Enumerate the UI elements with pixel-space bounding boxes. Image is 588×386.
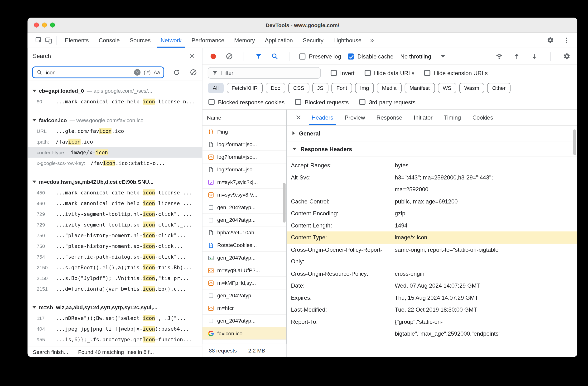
- match-case-toggle[interactable]: Aa: [154, 69, 160, 75]
- inspect-icon[interactable]: [34, 35, 43, 45]
- filter-chip-all[interactable]: All: [208, 83, 224, 93]
- invert-checkbox[interactable]: Invert: [331, 70, 354, 76]
- request-row[interactable]: hpba?vet=10ah...: [202, 227, 286, 239]
- filter-funnel-icon[interactable]: [254, 52, 263, 61]
- filter-chip-ws[interactable]: WS: [438, 83, 456, 93]
- search-match-row[interactable]: 754..."semantic-path-dialog.sp-icon-clic…: [28, 251, 202, 262]
- regex-toggle[interactable]: (.*): [144, 69, 151, 75]
- request-row[interactable]: log?format=jso...: [202, 151, 286, 164]
- details-scrollbar[interactable]: [573, 129, 576, 155]
- request-row[interactable]: RotateCookies...: [202, 239, 286, 252]
- device-toolbar-icon[interactable]: [43, 35, 53, 45]
- settings-gear-icon[interactable]: [545, 35, 555, 45]
- clear-network-log-icon[interactable]: [225, 52, 234, 61]
- search-match-row[interactable]: URL...gle.com/favicon.ico: [28, 126, 202, 136]
- blocked-response-cookies-checkbox[interactable]: Blocked response cookies: [209, 99, 285, 105]
- search-match-row[interactable]: 80...mark canonical cite help icon licen…: [28, 96, 202, 107]
- clear-search-results-button[interactable]: [189, 68, 198, 77]
- filter-chip-font[interactable]: Font: [332, 83, 352, 93]
- request-row[interactable]: gen_204?atyp...: [202, 201, 286, 214]
- filter-chip-js[interactable]: JS: [312, 83, 328, 93]
- more-tabs-button[interactable]: »: [366, 36, 378, 44]
- details-tab-response[interactable]: Response: [371, 109, 408, 125]
- export-har-icon[interactable]: [529, 52, 539, 61]
- tab-network[interactable]: Network: [156, 33, 187, 48]
- tab-performance[interactable]: Performance: [187, 33, 229, 48]
- network-filter-input[interactable]: Filter: [208, 67, 321, 79]
- request-row[interactable]: gen_204?atyp...: [202, 290, 286, 302]
- search-match-row[interactable]: :path:/favicon.ico: [28, 136, 202, 147]
- requests-scrollbar[interactable]: [283, 183, 285, 223]
- blocked-requests-checkbox[interactable]: Blocked requests: [295, 99, 349, 105]
- search-input[interactable]: icon × (.*) Aa: [32, 66, 164, 78]
- tab-memory[interactable]: Memory: [229, 33, 260, 48]
- section-header-general[interactable]: General: [287, 126, 577, 141]
- search-match-row[interactable]: 2150...s.Bb("Jylpdf");_.Vn(this.icon,"ti…: [28, 273, 202, 283]
- kebab-menu-icon[interactable]: [561, 35, 571, 45]
- network-search-icon[interactable]: [270, 52, 279, 61]
- search-match-row[interactable]: 460...mark canonical cite help icon lice…: [28, 198, 202, 209]
- name-column-header[interactable]: Name: [202, 109, 286, 126]
- search-match-row[interactable]: 750..."place-history-moment.sp-icon-clic…: [28, 240, 202, 251]
- request-row[interactable]: log?format=jso...: [202, 164, 286, 176]
- filter-chip-fetch-xhr[interactable]: Fetch/XHR: [227, 83, 263, 93]
- tab-elements[interactable]: Elements: [60, 33, 94, 48]
- import-har-icon[interactable]: [512, 52, 521, 61]
- request-row[interactable]: m=kMFpHd,sy...: [202, 277, 286, 290]
- search-match-row[interactable]: 404...jpeg|jpg|png|tiff|webp|x-icon);bas…: [28, 323, 202, 334]
- search-match-row[interactable]: 450...mark canonical cite help icon lice…: [28, 187, 202, 198]
- request-row[interactable]: m=syk7,sylc?xj...: [202, 176, 286, 189]
- disable-cache-checkbox[interactable]: Disable cache: [348, 53, 394, 59]
- request-row[interactable]: gen_204?atyp...: [202, 315, 286, 327]
- throttling-select[interactable]: No throttling: [400, 53, 445, 59]
- details-tab-cookies[interactable]: Cookies: [467, 109, 499, 125]
- tab-application[interactable]: Application: [260, 33, 298, 48]
- tab-lighthouse[interactable]: Lighthouse: [328, 33, 366, 48]
- filter-chip-doc[interactable]: Doc: [266, 83, 285, 93]
- refresh-search-button[interactable]: [172, 68, 181, 77]
- details-tab-headers[interactable]: Headers: [306, 109, 339, 125]
- search-match-row[interactable]: x-google-scs-row-key:/favicon.ico:static…: [28, 158, 202, 168]
- hide-extension-urls-checkbox[interactable]: Hide extension URLs: [424, 70, 488, 76]
- search-match-row[interactable]: 750..."place-history-moment.hl-icon-clic…: [28, 230, 202, 240]
- zoom-window-button[interactable]: [50, 22, 55, 28]
- search-file-row[interactable]: m=cdos,hsm,jsa,mb4ZUb,d,csi,cEt90b,SNU..…: [28, 176, 202, 187]
- filter-chip-wasm[interactable]: Wasm: [460, 83, 484, 93]
- filter-chip-css[interactable]: CSS: [288, 83, 309, 93]
- filter-chip-manifest[interactable]: Manifest: [404, 83, 435, 93]
- request-row[interactable]: gen_204?atyp...: [202, 214, 286, 227]
- network-conditions-icon[interactable]: [494, 52, 504, 61]
- filter-chip-other[interactable]: Other: [487, 83, 510, 93]
- request-row[interactable]: {}Ping: [202, 126, 286, 138]
- 3rd-party-requests-checkbox[interactable]: 3rd-party requests: [359, 99, 416, 105]
- record-icon[interactable]: [209, 52, 218, 61]
- request-row[interactable]: log?format=jso...: [202, 138, 286, 151]
- details-tab-timing[interactable]: Timing: [438, 109, 467, 125]
- close-search-panel-button[interactable]: [188, 51, 197, 61]
- search-file-row[interactable]: m=sb_wiz,aa,abd,sy12d,sytt,sytp,sy12c,sy…: [28, 302, 202, 313]
- search-file-row[interactable]: favicon.ico— www.google.com/favicon.ico: [28, 115, 202, 126]
- network-settings-gear-icon[interactable]: [562, 52, 571, 61]
- search-match-row[interactable]: 117...nDReve"));Bw.set("select_icon",_.J…: [28, 313, 202, 323]
- tab-security[interactable]: Security: [298, 33, 328, 48]
- search-match-row[interactable]: content-type:image/x-icon: [28, 147, 202, 158]
- details-tab-initiator[interactable]: Initiator: [408, 109, 438, 125]
- hide-data-urls-checkbox[interactable]: Hide data URLs: [364, 70, 414, 76]
- search-match-row[interactable]: 729...ivity-segment-tooltip.hl-icon-clic…: [28, 209, 202, 219]
- clear-search-icon[interactable]: ×: [134, 69, 141, 76]
- search-match-row[interactable]: 2151...d=function(a){var b=this.icon.Eb(…: [28, 283, 202, 294]
- close-details-icon[interactable]: [294, 113, 303, 122]
- request-row[interactable]: m=hfcr: [202, 302, 286, 315]
- preserve-log-checkbox[interactable]: Preserve log: [299, 53, 341, 59]
- request-row[interactable]: favicon.ico: [202, 327, 286, 340]
- search-match-row[interactable]: 2150...s.getRoot().el(),a);this.icon=thi…: [28, 262, 202, 273]
- request-row[interactable]: gen_204?atyp...: [202, 252, 286, 264]
- tab-console[interactable]: Console: [94, 33, 125, 48]
- details-tab-preview[interactable]: Preview: [339, 109, 371, 125]
- section-header-response-headers[interactable]: Response Headers: [287, 141, 577, 157]
- request-row[interactable]: m=syg9,aLUfP?...: [202, 264, 286, 277]
- filter-chip-media[interactable]: Media: [377, 83, 401, 93]
- search-match-row[interactable]: 955...is,6)};_.fs.prototype.getIcon=func…: [28, 334, 202, 345]
- tab-sources[interactable]: Sources: [125, 33, 156, 48]
- search-match-row[interactable]: 729...ivity-segment-tooltip.sp-icon-clic…: [28, 219, 202, 230]
